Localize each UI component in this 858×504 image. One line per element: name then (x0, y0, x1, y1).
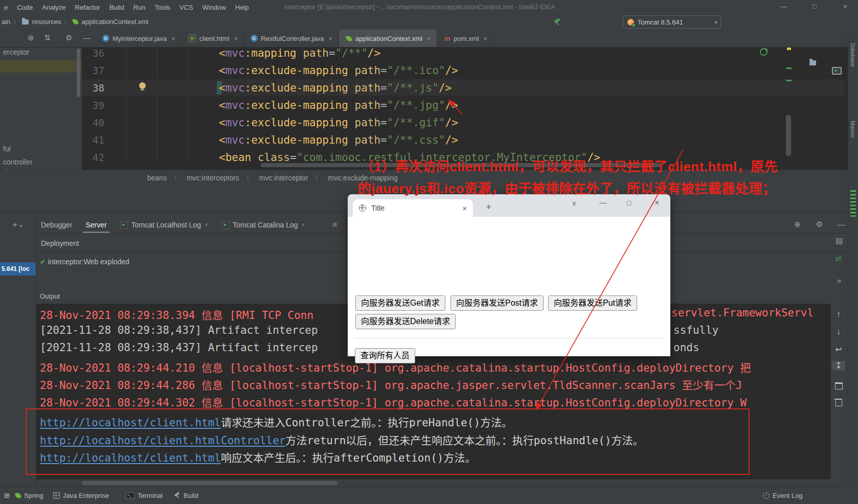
code-token: :exclude-mapping (245, 99, 348, 111)
tab-settings-gear-icon[interactable]: ⚙ (65, 33, 72, 42)
add-configuration-button[interactable]: + ▾ (12, 220, 22, 230)
tab-pom.xml[interactable]: mpom.xml× (437, 30, 494, 47)
statusbar-build[interactable]: Build (174, 492, 198, 499)
tool-windows-grid-icon[interactable]: ⊞ (4, 492, 10, 499)
scope-icon[interactable]: ⊕ (28, 33, 34, 42)
clear-console-icon[interactable] (836, 400, 842, 406)
console-hscrollbar[interactable] (82, 481, 337, 485)
menu-item-vcs[interactable]: VCS (179, 4, 193, 11)
new-tab-button[interactable]: + (486, 201, 491, 213)
stripe-label-maven[interactable]: Maven (850, 121, 856, 138)
restore-layout-icon[interactable]: ▤ (836, 236, 843, 245)
minimize-button[interactable]: — (776, 0, 792, 13)
run-config-selector[interactable]: Tomcat 8.5.641 ▾ (623, 15, 721, 29)
soft-wrap-icon[interactable]: ↩ (833, 345, 844, 354)
breadcrumb-beans[interactable]: beans (147, 174, 167, 182)
code-line-37[interactable]: 37<mvc:exclude-mapping path="/**.ico"/> (0, 62, 844, 79)
code-line-40[interactable]: 40<mvc:exclude-mapping path="/**.gif"/> (0, 114, 844, 131)
breadcrumb-mvcinterceptor[interactable]: mvc:interceptor (259, 174, 308, 182)
menu-item-run[interactable]: Run (133, 4, 146, 11)
code-line-39[interactable]: 39<mvc:exclude-mapping path="/**.jpg"/> (0, 97, 844, 114)
event-log-button[interactable]: Event Log (763, 492, 803, 499)
tab-close-icon[interactable]: × (427, 35, 431, 42)
tab-close-icon[interactable]: × (205, 217, 208, 233)
tab-restfulcontroller.java[interactable]: CRestfulController.java× (244, 30, 339, 47)
maximize-button[interactable]: □ (807, 0, 822, 13)
tab-applicationcontext.xml[interactable]: applicationContext.xml× (339, 30, 437, 47)
menu-item-code[interactable]: Code (17, 4, 33, 11)
scroll-up-icon[interactable]: ↑ (833, 310, 844, 319)
stripe-label-database[interactable]: Database (850, 43, 856, 67)
update-application-icon[interactable]: ⇄ (835, 254, 842, 263)
statusbar-spring[interactable]: Spring (15, 492, 43, 499)
code-token: :exclude-mapping (245, 134, 348, 146)
request-button[interactable]: 向服务器发送Put请求 (548, 295, 637, 311)
statusbar-label: Build (184, 492, 198, 499)
debug-tab-debugger[interactable]: Debugger (41, 217, 73, 233)
code-line-41[interactable]: 41<mvc:exclude-mapping path="/**.css"/> (0, 132, 844, 149)
console-text: 28-Nov-2021 08:29:38.394 信息 [RMI TCP Con… (40, 309, 313, 322)
build-hammer-icon[interactable] (553, 18, 560, 26)
breadcrumb-mvcinterceptors[interactable]: mvc:interceptors (187, 174, 239, 182)
tab-close-icon[interactable]: × (234, 35, 238, 42)
tab-close-icon[interactable]: × (171, 35, 175, 42)
menu-item-help[interactable]: Help (235, 4, 249, 11)
browser-close-icon[interactable]: × (654, 198, 659, 208)
scroll-down-icon[interactable]: ↓ (833, 327, 844, 336)
code-token: = (329, 47, 335, 59)
database-tool-icon[interactable] (850, 190, 856, 217)
request-button[interactable]: 向服务器发送Delete请求 (355, 314, 456, 329)
code-token: class (251, 151, 290, 164)
browser-chevron-down-icon[interactable]: ∨ (572, 199, 577, 207)
menu-item-analyze[interactable]: Analyze (42, 4, 65, 11)
maven-file-icon: m (443, 35, 450, 42)
browser-maximize-icon[interactable]: □ (627, 199, 631, 207)
split-icon[interactable]: ⇅ (44, 33, 51, 42)
target-icon[interactable]: ⊕ (794, 220, 801, 229)
debug-tab-tomcat-localhost-log[interactable]: ▶Tomcat Localhost Log× (120, 217, 208, 233)
close-button[interactable]: × (838, 0, 853, 13)
code-token: :mapping (245, 47, 297, 59)
html-file-icon: H (188, 34, 196, 42)
panel-hamburger-icon[interactable]: ≡ (332, 220, 337, 230)
menu-item-refactor[interactable]: Refactor (75, 4, 100, 11)
editor-vscrollbar[interactable] (786, 115, 791, 156)
spring-file-icon (73, 18, 79, 25)
debug-tab-server[interactable]: Server (86, 217, 107, 233)
statusbar-java-enterprise[interactable]: Java Enterprise (53, 492, 109, 499)
scroll-to-end-icon[interactable]: ↧ (832, 361, 845, 371)
menu-item-build[interactable]: Build (109, 4, 124, 11)
hide-tabs-icon[interactable]: — (83, 33, 91, 42)
tab-close-icon[interactable]: × (484, 35, 488, 42)
statusbar-terminal[interactable]: >_Terminal (126, 492, 163, 499)
deployment-artifact-row[interactable]: ✔ interceptor:Web exploded (40, 258, 129, 266)
browser-tab[interactable]: Title × (353, 199, 473, 217)
event-log-label: Event Log (773, 492, 803, 499)
menu-item-e[interactable]: e (4, 4, 8, 11)
tab-client.html[interactable]: Hclient.html× (182, 30, 244, 47)
breadcrumb-main[interactable]: ain (2, 18, 10, 26)
menu-item-window[interactable]: Window (202, 4, 226, 11)
tab-close-icon[interactable]: × (329, 35, 333, 42)
menu-item-tools[interactable]: Tools (154, 4, 170, 11)
breadcrumb-file[interactable]: applicationContext.xml (81, 18, 148, 26)
tab-close-icon[interactable]: × (462, 204, 467, 213)
panel-gear-icon[interactable]: ⚙ (816, 220, 823, 229)
statusbar-label: Terminal (138, 492, 163, 499)
artifact-label: interceptor:Web exploded (48, 258, 129, 266)
statusbar-label: Spring (24, 492, 43, 499)
tab-myinterceptor.java[interactable]: CMyInterceptor.java× (96, 30, 182, 47)
browser-minimize-icon[interactable]: — (599, 198, 606, 207)
debug-tab-tomcat-catalina-log[interactable]: ▶Tomcat Catalina Log× (221, 217, 305, 233)
request-button[interactable]: 查询所有人员 (355, 348, 415, 363)
breadcrumb-resources[interactable]: resources (32, 18, 61, 26)
request-button[interactable]: 向服务器发送Post请求 (450, 295, 544, 311)
print-icon[interactable] (835, 382, 843, 390)
request-button[interactable]: 向服务器发送Get请求 (355, 295, 445, 311)
more-chevrons-icon[interactable]: » (837, 276, 841, 285)
tab-close-icon[interactable]: × (302, 217, 305, 233)
code-line-38[interactable]: 38<mvc:exclude-mapping path="/**.js"/> (0, 80, 844, 97)
run-config-tree-item[interactable]: 5.641 [loc (0, 262, 36, 276)
hide-panel-icon[interactable]: — (837, 220, 845, 228)
console-text: onds (673, 341, 699, 354)
